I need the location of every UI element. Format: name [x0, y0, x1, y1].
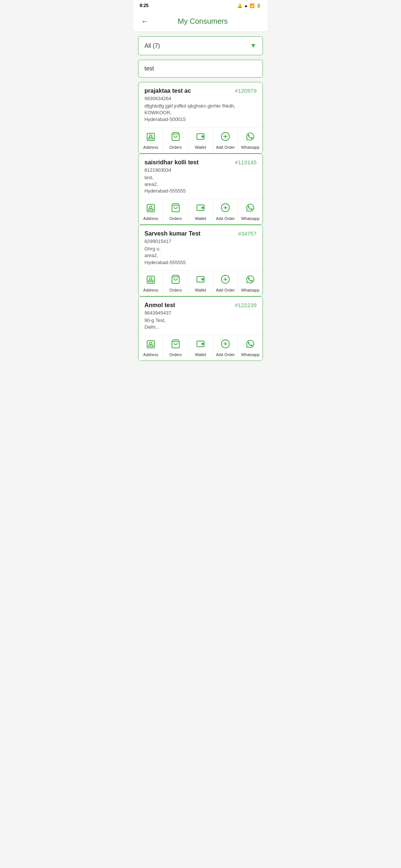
action-label-wallet: Wallet: [195, 216, 206, 221]
consumer-info: Anmol test #122239 9643945437 90-g Test,…: [138, 297, 263, 335]
action-label-whatsapp: Whatsapp: [241, 352, 260, 357]
action-label-addorder: Add Order: [216, 352, 235, 357]
action-btn-whatsapp[interactable]: Whatsapp: [238, 271, 263, 296]
action-label-orders: Orders: [169, 352, 182, 357]
wallet-icon: [196, 339, 205, 351]
consumer-info: saisridhar kolli test #113145 8121903034…: [138, 154, 263, 199]
action-btn-wallet[interactable]: Wallet: [188, 271, 213, 296]
action-label-wallet: Wallet: [195, 288, 206, 292]
action-btn-wallet[interactable]: Wallet: [188, 128, 213, 153]
wifi-icon: 📶: [250, 3, 255, 8]
consumer-address: 90-g Test,Delhi...: [144, 317, 257, 331]
consumer-list: prajaktaa test ac #120979 9930634264 dfj…: [138, 82, 263, 361]
action-btn-address[interactable]: Address: [138, 271, 163, 296]
action-btn-wallet[interactable]: Wallet: [188, 199, 213, 224]
action-btn-whatsapp[interactable]: Whatsapp: [238, 335, 263, 361]
status-icons: 🔔 ▲ 📶 🔋: [237, 3, 261, 8]
action-label-wallet: Wallet: [195, 352, 206, 357]
consumer-phone: 9930634264: [144, 96, 257, 101]
status-time: 9:25: [140, 3, 149, 8]
consumer-name: prajaktaa test ac: [144, 88, 191, 94]
orders-icon: [171, 339, 180, 351]
addorder-icon: [221, 339, 230, 351]
action-btn-address[interactable]: Address: [138, 335, 163, 361]
consumer-name: Anmol test: [144, 302, 175, 309]
action-label-addorder: Add Order: [216, 145, 235, 149]
consumer-header: Sarvesh kumar Test #34757: [144, 230, 257, 237]
orders-icon: [171, 132, 180, 144]
wallet-icon: [196, 203, 205, 215]
consumer-name: saisridhar kolli test: [144, 159, 199, 166]
orders-icon: [171, 274, 180, 286]
svg-rect-7: [147, 204, 154, 212]
action-buttons: Address Orders Wallet Add Order: [138, 128, 263, 153]
consumer-name: Sarvesh kumar Test: [144, 230, 200, 237]
action-label-orders: Orders: [169, 216, 182, 221]
address-icon: [146, 339, 156, 351]
action-label-wallet: Wallet: [195, 145, 206, 149]
action-btn-addorder[interactable]: Add Order: [213, 128, 238, 153]
wallet-icon: [196, 274, 205, 286]
consumer-id: #34757: [238, 230, 257, 237]
consumer-address: Ghrg u,area2,Hyderabad-555555: [144, 246, 257, 266]
consumer-id: #120979: [235, 88, 257, 94]
svg-rect-21: [147, 341, 154, 348]
action-btn-orders[interactable]: Orders: [163, 199, 188, 224]
action-label-addorder: Add Order: [216, 288, 235, 292]
back-button[interactable]: ←: [140, 16, 150, 27]
consumer-header: prajaktaa test ac #120979: [144, 88, 257, 94]
action-btn-addorder[interactable]: Add Order: [213, 271, 238, 296]
action-btn-orders[interactable]: Orders: [163, 271, 188, 296]
consumer-card: Sarvesh kumar Test #34757 8299015417 Ghr…: [138, 225, 263, 296]
consumer-info: prajaktaa test ac #120979 9930634264 dfj…: [138, 82, 263, 128]
action-buttons: Address Orders Wallet Add Order: [138, 270, 263, 296]
consumer-card: Anmol test #122239 9643945437 90-g Test,…: [138, 296, 263, 361]
action-label-whatsapp: Whatsapp: [241, 145, 260, 149]
whatsapp-icon: [245, 132, 255, 144]
consumer-card: saisridhar kolli test #113145 8121903034…: [138, 154, 263, 225]
filter-dropdown[interactable]: All (7) ▼: [138, 36, 263, 55]
page-title: My Consumers: [154, 17, 261, 26]
search-input[interactable]: [138, 60, 263, 78]
action-label-address: Address: [143, 216, 158, 221]
action-btn-address[interactable]: Address: [138, 128, 163, 153]
consumer-address: test,area2,Hyderabad-555555: [144, 174, 257, 195]
main-content: All (7) ▼ prajaktaa test ac #120979 9930…: [134, 32, 267, 365]
consumer-card: prajaktaa test ac #120979 9930634264 dfj…: [138, 82, 263, 154]
status-bar: 9:25 🔔 ▲ 📶 🔋: [134, 0, 267, 11]
address-icon: [146, 132, 156, 144]
action-btn-orders[interactable]: Orders: [163, 128, 188, 153]
consumer-header: saisridhar kolli test #113145: [144, 159, 257, 166]
battery-icon: 🔋: [256, 3, 261, 8]
consumer-id: #122239: [235, 302, 257, 308]
action-label-whatsapp: Whatsapp: [241, 288, 260, 292]
header: ← My Consumers: [134, 11, 267, 32]
consumer-address: dfjghkdfg jgkf jrdfkd sjkghskn gkrhkr fh…: [144, 103, 257, 123]
action-btn-addorder[interactable]: Add Order: [213, 335, 238, 361]
whatsapp-icon: [245, 274, 255, 286]
action-buttons: Address Orders Wallet Add Order: [138, 335, 263, 361]
action-btn-orders[interactable]: Orders: [163, 335, 188, 361]
consumer-phone: 8121903034: [144, 167, 257, 173]
consumer-id: #113145: [235, 159, 257, 165]
consumer-phone: 8299015417: [144, 239, 257, 244]
filter-label: All (7): [144, 43, 160, 49]
action-buttons: Address Orders Wallet Add Order: [138, 199, 263, 224]
addorder-icon: [221, 203, 230, 215]
addorder-icon: [221, 132, 230, 144]
action-btn-whatsapp[interactable]: Whatsapp: [238, 128, 263, 153]
signal-icon: ▲: [244, 3, 248, 8]
action-btn-address[interactable]: Address: [138, 199, 163, 224]
addorder-icon: [221, 274, 230, 286]
orders-icon: [171, 203, 180, 215]
consumer-info: Sarvesh kumar Test #34757 8299015417 Ghr…: [138, 225, 263, 270]
consumer-header: Anmol test #122239: [144, 302, 257, 309]
notification-icon: 🔔: [237, 3, 242, 8]
action-btn-addorder[interactable]: Add Order: [213, 199, 238, 224]
address-icon: [146, 203, 156, 215]
whatsapp-icon: [245, 339, 255, 351]
action-label-whatsapp: Whatsapp: [241, 216, 260, 221]
action-btn-whatsapp[interactable]: Whatsapp: [238, 199, 263, 224]
action-btn-wallet[interactable]: Wallet: [188, 335, 213, 361]
whatsapp-icon: [245, 203, 255, 215]
